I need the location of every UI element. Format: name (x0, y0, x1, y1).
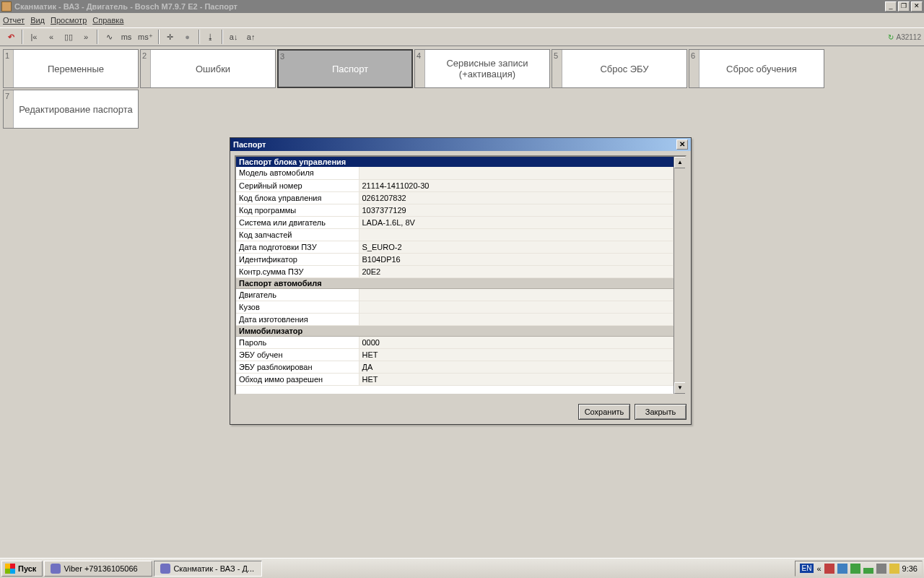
row-value: ДА (359, 361, 674, 373)
row-value: 1037377129 (359, 204, 674, 216)
scroll-up-button[interactable]: ▲ (674, 157, 686, 168)
table-row[interactable]: Дата изготовления (236, 313, 674, 325)
tab-label: Сервисные записи (+активация) (425, 50, 549, 87)
row-value (359, 228, 674, 241)
section-header: Иммобилизатор (236, 325, 674, 336)
table-row[interactable]: Серийный номер 21114-1411020-30 (236, 179, 674, 191)
table-row[interactable]: Код программы 1037377129 (236, 204, 674, 216)
menu-report[interactable]: Отчет (3, 16, 25, 25)
dialog-close-button[interactable]: ✕ (676, 139, 688, 150)
table-row[interactable]: Модель автомобиля (236, 167, 674, 179)
tab-1[interactable]: 1 Переменные (3, 49, 139, 88)
refresh-icon: ↻ (888, 33, 894, 41)
table-row[interactable]: Код запчастей (236, 228, 674, 241)
tab-number: 6 (689, 50, 699, 87)
table-row[interactable]: Контр.сумма ПЗУ 20E2 (236, 265, 674, 277)
tab-number: 1 (4, 50, 14, 87)
taskbar-item[interactable]: Сканматик - ВАЗ - Д... (154, 561, 262, 577)
menu-help[interactable]: Справка (92, 16, 123, 25)
tray-antivirus-icon[interactable] (850, 564, 860, 574)
tab-3[interactable]: 3 Паспорт (277, 49, 413, 88)
first-button[interactable]: |« (26, 29, 42, 45)
crosshair-button[interactable]: ✛ (162, 29, 178, 45)
table-row[interactable]: Двигатель (236, 288, 674, 301)
tray-chevron-icon[interactable]: « (816, 564, 821, 573)
taskbar-item[interactable]: Viber +79136105066 (44, 561, 152, 577)
ms-plus-button[interactable]: ms⁺ (136, 29, 155, 45)
sort-asc-button[interactable]: a↓ (226, 29, 242, 45)
row-value: НЕТ (359, 373, 674, 385)
row-value: НЕТ (359, 348, 674, 361)
tray-volume-icon[interactable] (889, 564, 899, 574)
app-icon (1, 1, 12, 12)
tab-5[interactable]: 5 Сброс ЭБУ (552, 49, 687, 88)
dialog-title: Паспорт (233, 140, 676, 149)
row-label: Серийный номер (236, 179, 359, 191)
save-button[interactable]: Сохранить (578, 404, 630, 420)
data-grid: Паспорт блока управленияМодель автомобил… (235, 155, 687, 395)
table-row[interactable]: Кузов (236, 301, 674, 313)
row-value: B104DP16 (359, 253, 674, 265)
menubar: Отчет Вид Просмотр Справка (0, 13, 924, 27)
row-label: Идентификатор (236, 253, 359, 265)
tray-signal-icon[interactable] (863, 564, 873, 574)
row-label: ЭБУ обучен (236, 348, 359, 361)
next-button[interactable]: » (78, 29, 94, 45)
menu-view[interactable]: Вид (30, 16, 45, 25)
table-row[interactable]: ЭБУ обучен НЕТ (236, 348, 674, 361)
start-button[interactable]: Пуск (1, 561, 43, 577)
dialog-titlebar[interactable]: Паспорт ✕ (230, 138, 691, 151)
tab-7[interactable]: 7 Редактирование паспорта (3, 90, 139, 129)
row-label: Двигатель (236, 288, 359, 301)
row-value: 20E2 (359, 265, 674, 277)
scroll-down-button[interactable]: ▼ (674, 382, 686, 394)
tab-label: Переменные (14, 50, 138, 87)
tray-network-icon[interactable] (824, 564, 834, 574)
restore-button[interactable]: ❐ (898, 1, 910, 12)
tab-4[interactable]: 4 Сервисные записи (+активация) (414, 49, 550, 88)
ms-button[interactable]: ms (118, 29, 134, 45)
language-indicator[interactable]: EN (800, 564, 814, 573)
row-label: Кузов (236, 301, 359, 313)
table-row[interactable]: Пароль 0000 (236, 336, 674, 348)
close-button[interactable]: Закрыть (635, 404, 687, 420)
window-titlebar: Сканматик - ВАЗ - Двигатель - Bosch M7.9… (0, 0, 924, 13)
prev-button[interactable]: « (43, 29, 59, 45)
tab-number: 2 (141, 50, 151, 87)
table-row[interactable]: Система или двигатель LADA-1.6L, 8V (236, 216, 674, 228)
tray-device-icon[interactable] (837, 564, 847, 574)
tab-label: Сброс обучения (699, 50, 824, 87)
tab-number: 4 (415, 50, 425, 87)
window-title: Сканматик - ВАЗ - Двигатель - Bosch M7.9… (14, 2, 885, 11)
vertical-scrollbar[interactable]: ▲ ▼ (674, 157, 685, 394)
toolbar-status: ↻ A32112 (888, 33, 921, 41)
tab-6[interactable]: 6 Сброс обучения (689, 49, 824, 88)
toolbar: ↶ |« « ▯▯ » ∿ ms ms⁺ ✛ ● ⭳ a↓ a↑ ↻ A3211… (0, 27, 924, 46)
start-label: Пуск (18, 564, 36, 573)
close-window-button[interactable]: ✕ (911, 1, 923, 12)
table-row[interactable]: Дата подготовки ПЗУ S_EURO-2 (236, 241, 674, 253)
section-header: Паспорт автомобиля (236, 277, 674, 288)
row-value: S_EURO-2 (359, 241, 674, 253)
row-label: ЭБУ разблокирован (236, 361, 359, 373)
row-value: 0000 (359, 336, 674, 348)
menu-browse[interactable]: Просмотр (51, 16, 87, 25)
table-row[interactable]: Код блока управления 0261207832 (236, 191, 674, 204)
table-row[interactable]: ЭБУ разблокирован ДА (236, 361, 674, 373)
sort-desc-button[interactable]: a↑ (243, 29, 259, 45)
pause-button[interactable]: ▯▯ (61, 29, 77, 45)
row-label: Контр.сумма ПЗУ (236, 265, 359, 277)
row-label: Система или двигатель (236, 216, 359, 228)
wave-button[interactable]: ∿ (101, 29, 117, 45)
table-row[interactable]: Обход иммо разрешен НЕТ (236, 373, 674, 385)
minimize-button[interactable]: _ (885, 1, 897, 12)
back-button[interactable]: ↶ (3, 29, 19, 45)
record-button[interactable]: ● (180, 29, 196, 45)
row-value: LADA-1.6L, 8V (359, 216, 674, 228)
passport-dialog: Паспорт ✕ Паспорт блока управленияМодель… (230, 137, 692, 425)
clock[interactable]: 9:36 (902, 564, 918, 573)
table-row[interactable]: Идентификатор B104DP16 (236, 253, 674, 265)
tab-2[interactable]: 2 Ошибки (140, 49, 276, 88)
export-button[interactable]: ⭳ (203, 29, 219, 45)
tray-printer-icon[interactable] (876, 564, 886, 574)
